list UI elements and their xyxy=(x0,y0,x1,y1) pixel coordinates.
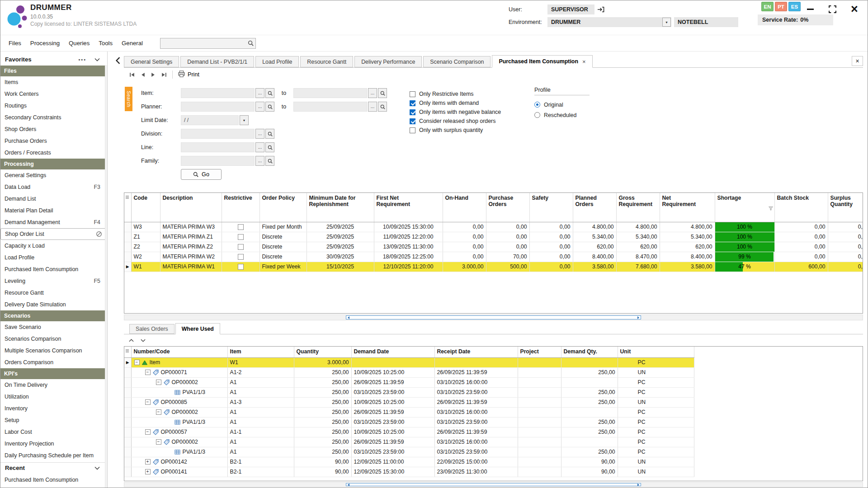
planner-to-input[interactable] xyxy=(293,102,367,112)
last-record-icon[interactable] xyxy=(161,72,167,77)
column-header-safety[interactable]: Safety xyxy=(529,193,573,222)
collapse-icon[interactable]: − xyxy=(145,399,151,405)
line-search-icon[interactable] xyxy=(265,142,274,152)
cell-restrictive[interactable] xyxy=(222,222,259,232)
column-header-quantity[interactable]: Quantity xyxy=(294,347,351,357)
item-from-search-icon[interactable] xyxy=(265,88,274,98)
main-grid-hscrollbar[interactable] xyxy=(124,314,863,320)
family-ellipsis-button[interactable]: ... xyxy=(255,156,264,166)
sidebar-item-leveling[interactable]: LevelingF5 xyxy=(0,275,107,287)
column-header-project[interactable]: Project xyxy=(518,347,561,357)
recent-header[interactable]: Recent xyxy=(0,463,107,474)
search-icon[interactable] xyxy=(245,40,255,46)
line-input[interactable] xyxy=(181,142,255,152)
item-from-ellipsis-button[interactable]: ... xyxy=(255,88,264,98)
column-header-demand-qty[interactable]: Demand Qty. xyxy=(561,347,618,357)
column-header-unit[interactable]: Unit xyxy=(618,347,694,357)
sidebar-item-utilization[interactable]: Utilization xyxy=(0,391,107,403)
sidebar-section-kpi-s[interactable]: KPI's xyxy=(0,368,107,379)
tab-close-icon[interactable]: × xyxy=(582,58,586,65)
sidebar-scrollbar[interactable] xyxy=(105,65,107,488)
recent-item-purchased-item-consumption[interactable]: Purchased Item Consumption xyxy=(0,474,107,486)
column-header-purchase-orders[interactable]: Purchase Orders xyxy=(486,193,529,222)
sidebar-item-orders-comparison[interactable]: Orders Comparison xyxy=(0,357,107,368)
family-input[interactable] xyxy=(181,156,255,166)
planner-from-search-icon[interactable] xyxy=(265,102,274,112)
environment-dropdown-icon[interactable]: ▼ xyxy=(662,18,671,27)
sidebar-item-work-centers[interactable]: Work Centers xyxy=(0,88,107,100)
menu-item-queries[interactable]: Queries xyxy=(64,37,94,50)
column-header-receipt-date[interactable]: Receipt Date xyxy=(434,347,518,357)
sidebar-item-multiple-scenarios-comparison[interactable]: Multiple Scenarios Comparison xyxy=(0,345,107,357)
sidebar-item-demand-management[interactable]: Demand ManagementF4 xyxy=(0,216,107,228)
filter-checkbox-only-items-with-demand[interactable]: Only items with demand xyxy=(410,99,501,108)
item-to-ellipsis-button[interactable]: ... xyxy=(368,88,377,98)
sidebar-item-daily-purchasing-schedule-per-item[interactable]: Daily Purchasing Schedule per Item xyxy=(0,450,107,461)
logout-icon[interactable] xyxy=(597,6,604,13)
profile-option-original[interactable]: Original xyxy=(534,99,590,110)
sidebar-item-capacity-x-load[interactable]: Capacity x Load xyxy=(0,240,107,252)
first-record-icon[interactable] xyxy=(129,72,135,77)
where-used-row-pva1-1-3-9[interactable]: PVA1/1/3A1250,0003/10/2025 23:59:0003/10… xyxy=(124,447,694,457)
lang-button-en[interactable]: EN xyxy=(761,2,774,11)
column-header-order-policy[interactable]: Order Policy xyxy=(259,193,307,222)
tab-scenario-comparison[interactable]: Scenario Comparison xyxy=(423,56,491,67)
main-grid-row-w2[interactable]: W2MATERIA PRIMA W2Discrete30/09/202518/0… xyxy=(124,252,863,262)
column-header-min-date[interactable]: Minimum Date for Replenishment xyxy=(307,193,374,222)
scrollbar-thumb[interactable] xyxy=(346,483,641,486)
scrollbar-thumb[interactable] xyxy=(346,315,641,319)
sidebar-item-shop-orders[interactable]: Shop Orders xyxy=(0,123,107,135)
column-header-batch-stock[interactable]: Batch Stock xyxy=(774,193,828,222)
column-header-on-hand[interactable]: On-Hand xyxy=(443,193,486,222)
column-header-surplus-quantity[interactable]: Surplus Quantity xyxy=(828,193,863,222)
sidebar-item-purchase-orders[interactable]: Purchase Orders xyxy=(0,135,107,147)
chevron-down-icon[interactable] xyxy=(94,58,100,61)
close-tab-button[interactable]: × xyxy=(852,56,863,66)
cell-restrictive[interactable] xyxy=(222,252,259,262)
sidebar-item-scenarios-comparison[interactable]: Scenarios Comparison xyxy=(0,333,107,345)
planner-from-ellipsis-button[interactable]: ... xyxy=(255,102,264,112)
where-used-row-op000002-8[interactable]: −OP000002A1250,0026/09/2025 11:39:5903/1… xyxy=(124,437,694,447)
item-to-input[interactable] xyxy=(293,88,367,98)
sidebar-item-resource-gantt[interactable]: Resource Gantt xyxy=(0,287,107,299)
where-used-row-pva1-1-3-6[interactable]: PVA1/1/3A1250,0003/10/2025 23:59:0003/10… xyxy=(124,417,694,427)
column-header-code[interactable]: Number/Code xyxy=(131,347,227,357)
tab-demand-list-pvb2-1-1[interactable]: Demand List - PVB2/1/1 xyxy=(180,56,254,67)
tab-where-used[interactable]: Where Used xyxy=(175,323,220,334)
sidebar-item-items[interactable]: Items xyxy=(0,76,107,88)
where-used-row-op000071-1[interactable]: −OP000071A1-2250,0010/09/2025 10:25:0026… xyxy=(124,367,694,377)
column-header-net-requirement[interactable]: Net Requirement xyxy=(660,193,715,222)
where-used-row-op000002-5[interactable]: −OP000002A1250,0026/09/2025 11:39:5903/1… xyxy=(124,407,694,417)
division-search-icon[interactable] xyxy=(265,129,274,139)
environment-select[interactable]: DRUMMER ▼ xyxy=(547,17,671,27)
sidebar-item-material-plan-detail[interactable]: Material Plan Detail xyxy=(0,205,107,216)
cell-restrictive[interactable] xyxy=(222,262,259,272)
next-record-icon[interactable] xyxy=(151,72,155,77)
minimize-button[interactable] xyxy=(805,4,815,14)
menu-item-general[interactable]: General xyxy=(117,37,147,50)
where-used-row-op000141-11[interactable]: +OP000141B2-190,0012/09/2025 15:30:0023/… xyxy=(124,467,694,477)
cell-restrictive[interactable] xyxy=(222,242,259,252)
limit-date-input[interactable] xyxy=(181,115,239,125)
column-header-gross-requirement[interactable]: Gross Requirement xyxy=(616,193,660,222)
sidebar-item-purchased-item-consumption[interactable]: Purchased Item Consumption xyxy=(0,263,107,275)
collapse-icon[interactable]: − xyxy=(156,409,161,415)
sidebar-section-files[interactable]: Files xyxy=(0,66,107,76)
favorites-header[interactable]: Favorites ••• xyxy=(0,54,107,66)
filter-icon[interactable] xyxy=(769,206,773,212)
line-ellipsis-button[interactable]: ... xyxy=(255,142,264,152)
print-button[interactable]: Print xyxy=(178,70,199,79)
chevron-down-icon[interactable] xyxy=(138,336,147,344)
sidebar-item-orders-forecasts[interactable]: Orders / Forecasts xyxy=(0,147,107,159)
sidebar-item-general-settings[interactable]: General Settings xyxy=(0,169,107,181)
column-header-code[interactable]: Code xyxy=(131,193,160,222)
filter-checkbox-consider-released-shop-orders[interactable]: Consider released shop orders xyxy=(410,117,501,126)
menu-search-box[interactable] xyxy=(160,38,256,49)
column-header-first-net[interactable]: First Net Requirement xyxy=(374,193,443,222)
collapse-icon[interactable]: − xyxy=(156,439,161,445)
sidebar-item-load-profile[interactable]: Load Profile xyxy=(0,252,107,263)
sidebar-item-data-load[interactable]: Data LoadF3 xyxy=(0,181,107,193)
sidebar-collapse-icon[interactable] xyxy=(116,57,120,64)
where-used-row-item-0[interactable]: ▶−ItemW13.000,00PC xyxy=(124,357,694,367)
family-search-icon[interactable] xyxy=(265,156,274,166)
